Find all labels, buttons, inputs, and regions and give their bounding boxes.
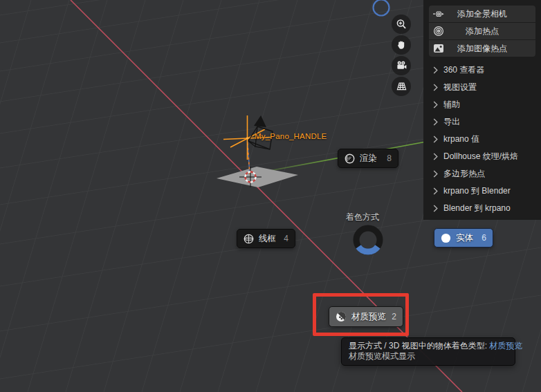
pie-item-label: 线框 [259,233,276,245]
button-label: 添加全景相机 [457,8,507,20]
section-label: krpano 值 [443,133,479,145]
section-export[interactable]: 导出 [423,113,541,131]
perspective-toggle-button[interactable] [392,77,411,96]
tooltip-line1: 显示方式 / 3D 视图中的物体着色类型: 材质预览 [349,341,508,351]
add-hotspot-button[interactable]: 添加热点 [429,23,535,39]
toggle-perspective-grid-icon [396,81,407,92]
pan-button[interactable] [392,35,411,55]
section-polygon-hotspot[interactable]: 多边形热点 [423,165,541,183]
hotspot-rings-icon [432,25,445,37]
pie-item-hotkey: 6 [482,233,486,243]
image-hotspot-icon [432,42,445,55]
chevron-right-icon [433,205,438,212]
chevron-right-icon [433,101,438,109]
section-dollhouse-bake[interactable]: Dollhouse 纹理/烘焙 [423,148,541,165]
chevron-right-icon [433,66,438,74]
solid-sphere-icon [441,233,451,243]
section-label: 360 查看器 [443,64,484,76]
blender-3d-viewport: My_Pano_HANDLE 着色方式 [0,0,541,392]
chevron-right-icon [433,118,438,126]
zoom-button[interactable] [392,15,411,34]
pie-item-wireframe[interactable]: 线框 4 [237,229,295,248]
section-label: 视图设置 [443,82,477,93]
section-label: Blender 到 krpano [443,203,511,214]
section-krpano-values[interactable]: krpano 值 [423,131,541,148]
chevron-right-icon [433,187,438,195]
sidebar-panel: 添加全景相机 添加热点 [423,0,541,220]
section-label: Dollhouse 纹理/烘焙 [443,151,518,162]
section-blender-to-krpano[interactable]: Blender 到 krpano [423,200,541,217]
camera-view-icon [396,60,407,71]
section-krpano-to-blender[interactable]: krpano 到 Blender [423,183,541,200]
chevron-right-icon [433,84,438,91]
chevron-right-icon [433,153,438,160]
pie-item-label: 实体 [456,232,473,244]
sidebar-sections: 360 查看器 视图设置 辅助 导出 krpano 值 Dollhouse 纹理… [423,62,541,217]
pie-item-label: 渲染 [360,153,377,165]
pie-item-hotkey: 4 [284,234,288,243]
object-name-label: My_Pano_HANDLE [255,132,327,140]
camera-up-triangle [254,115,266,127]
tooltip: 显示方式 / 3D 视图中的物体着色类型: 材质预览 材质预览模式显示 [341,337,515,366]
chevron-right-icon [433,136,438,143]
add-pano-camera-button[interactable]: 添加全景相机 [429,6,535,22]
tooltip-line2: 材质预览模式显示 [349,351,508,362]
orbit-gizmo-circle[interactable] [374,0,389,16]
button-label: 添加热点 [466,26,499,37]
pan-hand-icon [396,39,407,50]
pie-item-hotkey: 8 [387,153,392,163]
camera-view-button[interactable] [392,56,411,75]
tooltip-value: 材质预览 [489,341,522,351]
rendered-sphere-icon [345,153,355,164]
section-label: krpano 到 Blender [443,185,511,197]
wireframe-sphere-icon [244,234,254,244]
sidebar-action-buttons: 添加全景相机 添加热点 [429,6,535,57]
section-view-settings[interactable]: 视图设置 [423,79,541,96]
pie-item-rendered[interactable]: 渲染 8 [338,149,398,168]
chevron-right-icon [433,170,438,178]
annotation-highlight-rectangle [313,293,409,336]
section-360-viewer[interactable]: 360 查看器 [423,62,541,79]
section-label: 辅助 [443,99,460,111]
zoom-in-icon [396,19,407,30]
add-image-hotspot-button[interactable]: 添加图像热点 [429,40,535,57]
pano-camera-icon [432,8,445,20]
pie-menu-direction-ring [349,221,388,260]
section-label: 导出 [443,116,460,128]
section-assist[interactable]: 辅助 [423,96,541,113]
pie-item-solid[interactable]: 实体 6 [434,228,493,248]
section-label: 多边形热点 [443,168,485,180]
button-label: 添加图像热点 [457,43,507,55]
